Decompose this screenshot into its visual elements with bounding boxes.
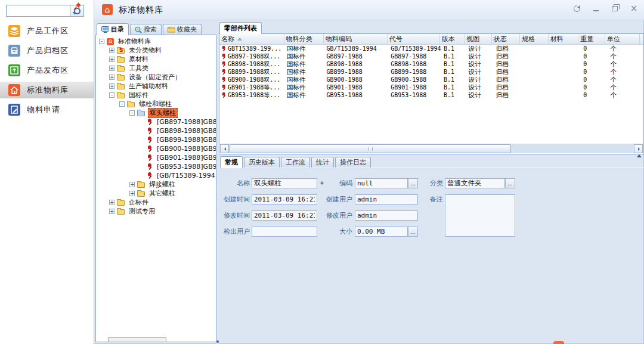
part-pin-icon [222,76,227,82]
tree-node-root[interactable]: 标准物料库 [96,37,216,46]
tab-statistics[interactable]: 统计 [311,157,334,168]
name-field[interactable] [252,178,317,188]
column-header-unit[interactable]: 单位 [605,34,640,44]
tree-node-part[interactable]: [GB953-1988]GB953-1 [96,162,216,171]
tab-general[interactable]: 常规 [220,156,243,168]
column-header-weight[interactable]: 重量 [578,34,605,44]
column-header-alias[interactable]: 代号 [388,34,440,44]
expand-icon[interactable] [109,83,114,89]
tree-node[interactable]: 螺栓和螺柱 [96,100,216,109]
tree-hscrollbar[interactable] [108,337,166,342]
table-row[interactable]: GB901-1988等...国标件GB901-1988GB901-1988B.1… [219,83,643,91]
column-header-status[interactable]: 状态 [492,34,520,44]
catalog-panel: 目录 搜索 收藏夹 标准物料库 未分类物料 原材料 工具类 设备（固定资产） [95,23,216,342]
sidebar-item-material-request[interactable]: 物料申请 [0,101,94,118]
code-browse-button[interactable]: ... [408,178,418,188]
tab-catalog[interactable]: 目录 [97,23,129,35]
expand-icon[interactable] [109,209,114,214]
table-row[interactable]: GB900-1988双...国标件GB900-1988GB900-1988B.1… [219,76,643,83]
tree-node[interactable]: 企标件 [96,198,216,207]
sidebar-item-product-archive[interactable]: 产品归档区 [0,42,94,59]
table-row[interactable]: GBT15389-199...国标件GB/T15389-1994GB/T1538… [219,45,643,52]
tree-node-part[interactable]: [GB897-1988]GB897-1 [96,117,216,126]
table-row[interactable]: GB953-1988等...国标件GB953-1988GB953-1988B.1… [219,91,643,99]
tree-node-selected[interactable]: 双头螺柱 [96,109,216,117]
column-header-material[interactable]: 材料 [549,34,578,44]
tree-node-part[interactable]: [GB900-1988]GB900-1 [96,144,216,153]
table-hscrollbar[interactable] [220,144,643,153]
folder-icon [137,191,145,197]
collapse-icon[interactable] [99,39,104,44]
column-header-name[interactable]: 名称 [219,34,284,44]
collapse-icon[interactable] [119,101,125,107]
close-icon[interactable]: × [628,3,639,14]
tree-node[interactable]: 生产辅助材料 [96,82,216,91]
modified-time-label: 修改时间 [223,210,250,221]
sidebar-search [6,5,84,17]
expand-icon[interactable] [129,191,135,196]
table-row[interactable]: GB897-1988双...国标件GB897-1988GB897-1988B.1… [219,52,643,60]
collapse-icon[interactable] [129,110,135,116]
class-browse-button[interactable]: ... [505,178,515,188]
note-field[interactable] [445,194,515,237]
tree-node-part[interactable]: [GB898-1988]GB898-1 [96,126,216,135]
created-user-field[interactable] [355,194,418,204]
column-header-filler [640,34,643,44]
part-pin-icon [147,154,153,162]
modified-user-field[interactable] [355,210,418,221]
size-field[interactable] [355,227,408,237]
expand-icon[interactable] [109,57,114,62]
tree-node-part[interactable]: [GB/T15389-1994]GBT [96,171,216,180]
search-input[interactable] [6,5,70,17]
column-header-view[interactable]: 视图 [465,34,492,44]
column-header-version[interactable]: 版本 [440,34,465,44]
tab-history[interactable]: 历史版本 [244,157,280,168]
checkout-user-field[interactable] [252,227,317,237]
expand-icon[interactable] [109,200,114,205]
tab-search[interactable]: 搜索 [130,24,162,35]
created-time-field[interactable] [252,194,317,204]
tree-node[interactable]: 工具类 [96,64,216,73]
tree-node[interactable]: 测试专用 [96,207,216,216]
tree-node[interactable]: 未分类物料 [96,46,216,55]
minimize-icon[interactable] [590,3,601,14]
tab-parts-list[interactable]: 零部件列表 [219,22,262,34]
table-row[interactable]: GB899-1988双...国标件GB899-1988GB899-1988B.1… [219,68,643,76]
tree-node-part[interactable]: [GB899-1988]GB899-1 [96,135,216,144]
library-icon [107,38,114,45]
column-header-category[interactable]: 物料分类 [284,34,324,44]
detail-tabs: 常规 历史版本 工作流 统计 操作日志 [220,156,371,168]
sidebar-item-product-publish[interactable]: 产品发布区 [0,62,94,79]
sidebar-item-product-workspace[interactable]: 产品工作区 [0,23,94,39]
tree-node-part[interactable]: [GB901-1988]GB901-1 [96,153,216,162]
sidebar-item-label: 标准物料库 [27,85,69,95]
table-row[interactable]: GB898-1988双...国标件GB898-1988GB898-1988B.1… [219,60,643,68]
collapse-icon[interactable] [109,92,114,98]
column-header-spec[interactable]: 规格 [520,34,548,44]
tab-favorites[interactable]: 收藏夹 [163,24,202,35]
tree-node[interactable]: 国标件 [96,91,216,100]
scrollbar-thumb[interactable] [230,144,511,153]
sidebar: 产品工作区 产品归档区 产品发布区 标准物料库 [0,0,94,344]
sidebar-item-standard-material-library[interactable]: 标准物料库 [0,82,94,98]
scroll-left-icon[interactable] [220,144,229,153]
expand-icon[interactable] [109,48,114,53]
expand-icon[interactable] [129,182,135,187]
expand-icon[interactable] [109,66,114,71]
splitter-collapse-icon[interactable] [637,154,642,157]
tree-node[interactable]: 焊接螺柱 [96,180,216,189]
tree-node[interactable]: 设备（固定资产） [96,73,216,82]
size-browse-button[interactable]: ... [408,227,418,237]
tab-operation-log[interactable]: 操作日志 [335,157,371,168]
column-header-code[interactable]: 物料编码 [324,34,388,44]
tab-workflow[interactable]: 工作流 [281,157,310,168]
scroll-right-icon[interactable] [634,144,643,153]
code-field[interactable] [355,178,408,188]
refresh-icon[interactable] [571,3,582,14]
class-field[interactable] [445,178,505,188]
expand-icon[interactable] [109,75,114,80]
tree-node[interactable]: 原材料 [96,55,216,64]
tree-node[interactable]: 其它螺柱 [96,189,216,198]
modified-time-field[interactable] [252,210,317,221]
restore-icon[interactable] [609,3,620,14]
